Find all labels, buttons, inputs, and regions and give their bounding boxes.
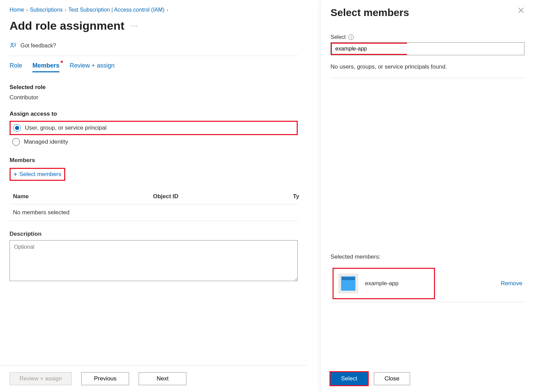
close-icon: [518, 7, 524, 14]
breadcrumb: Home › Subscriptions › Test Subscription…: [10, 7, 298, 13]
tab-members[interactable]: Members: [32, 62, 59, 72]
selected-member-row: example-app Remove: [331, 265, 524, 302]
select-members-link[interactable]: + Select members: [10, 168, 65, 181]
previous-button[interactable]: Previous: [81, 372, 129, 385]
chevron-right-icon: ›: [26, 7, 28, 13]
review-assign-button: Review + assign: [10, 372, 72, 385]
select-members-panel: Select members Select i No users, groups…: [321, 0, 534, 392]
radio-checked-icon: [13, 124, 21, 132]
tab-members-label: Members: [32, 62, 59, 69]
tab-indicator-dot-icon: [61, 61, 63, 63]
members-heading: Members: [10, 157, 298, 164]
svg-point-0: [11, 43, 13, 45]
next-button[interactable]: Next: [139, 372, 186, 385]
feedback-link[interactable]: Got feedback?: [10, 42, 298, 56]
page-footer: Review + assign Previous Next: [0, 365, 307, 392]
selected-member-name: example-app: [365, 280, 398, 287]
selected-role-label: Selected role: [10, 84, 298, 91]
feedback-label: Got feedback?: [20, 43, 56, 49]
radio-managed-identity-label: Managed identity: [24, 139, 68, 145]
app-tile-icon: [338, 274, 358, 293]
page-title: Add role assignment: [10, 19, 124, 32]
no-results-message: No users, groups, or service principals …: [331, 63, 524, 78]
description-input[interactable]: [10, 240, 298, 281]
plus-icon: +: [13, 171, 17, 178]
tab-role[interactable]: Role: [10, 62, 22, 72]
radio-unchecked-icon: [12, 138, 20, 146]
col-name: Name: [13, 193, 153, 200]
chevron-right-icon: ›: [167, 7, 168, 13]
panel-select-button[interactable]: Select: [331, 372, 368, 385]
panel-title: Select members: [331, 7, 409, 18]
members-table-header: Name Object ID Ty: [10, 193, 298, 204]
selected-role-value: Contributor: [10, 94, 298, 101]
select-label: Select: [331, 34, 346, 40]
breadcrumb-subscription-detail[interactable]: Test Subscription | Access control (IAM): [68, 7, 165, 13]
remove-member-link[interactable]: Remove: [501, 280, 522, 287]
description-label: Description: [10, 231, 298, 237]
feedback-icon: [10, 42, 17, 49]
selected-members-label: Selected members:: [331, 253, 524, 260]
info-icon[interactable]: i: [348, 34, 354, 40]
tab-review-assign[interactable]: Review + assign: [70, 62, 115, 72]
more-actions-icon[interactable]: ···: [131, 22, 138, 29]
panel-close-button[interactable]: Close: [374, 372, 410, 385]
radio-user-group-label: User, group, or service principal: [25, 125, 107, 131]
col-object-id: Object ID: [153, 193, 293, 200]
select-members-link-label: Select members: [19, 171, 61, 178]
member-search-input[interactable]: [335, 46, 404, 52]
col-type: Ty: [293, 193, 299, 200]
panel-footer: Select Close: [321, 365, 534, 392]
radio-managed-identity[interactable]: Managed identity: [10, 136, 298, 148]
close-panel-button[interactable]: [518, 7, 524, 15]
tabs: Role Members Review + assign: [10, 62, 298, 72]
member-search-wrap: [331, 42, 524, 55]
breadcrumb-home[interactable]: Home: [10, 7, 24, 13]
members-table-empty-row: No members selected: [10, 204, 298, 221]
chevron-right-icon: ›: [65, 7, 66, 13]
assign-access-label: Assign access to: [10, 111, 298, 117]
breadcrumb-subscriptions[interactable]: Subscriptions: [30, 7, 62, 13]
radio-user-group-principal[interactable]: User, group, or service principal: [10, 121, 298, 135]
